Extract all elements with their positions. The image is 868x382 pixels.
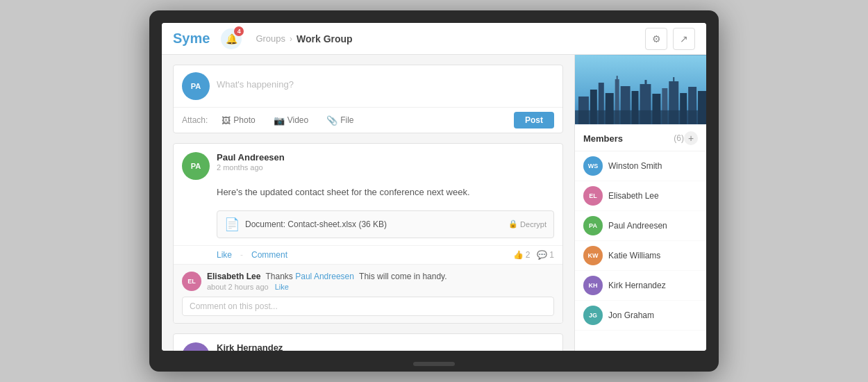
svg-rect-6 (617, 76, 618, 81)
top-bar: Syme 🔔 4 Groups › Work Group ⚙ ↗ (162, 23, 706, 55)
attach-label: Attach: (182, 115, 208, 125)
comment-mention[interactable]: Paul Andreesen (295, 272, 354, 281)
composer-avatar-initials: PA (182, 72, 210, 100)
app-logo: Syme (173, 31, 210, 47)
post-author-name: Paul Andreesen (217, 152, 554, 163)
member-avatar: EL (583, 186, 603, 206)
member-avatar: KH (583, 276, 603, 295)
video-label: Video (287, 115, 308, 125)
feed: PA What's happening? Attach: 🖼 Photo 📷 V… (162, 55, 574, 351)
member-item[interactable]: PA Paul Andreesen (575, 211, 706, 241)
file-label: File (340, 115, 353, 125)
comment-button[interactable]: Comment (251, 250, 287, 260)
post-time: 2 months ago (217, 163, 554, 172)
video-attach-button[interactable]: 📷 Video (269, 113, 312, 128)
member-avatar: PA (583, 216, 603, 235)
notification-badge: 4 (234, 26, 244, 36)
sidebar: Members (6) + WS Winston Smith EL Elisab… (574, 55, 706, 351)
comment-input[interactable]: Comment on this post... (182, 297, 554, 316)
post-card: KH Kirk Hernandez 2 months ago Who's com… (173, 333, 563, 351)
member-item[interactable]: EL Elisabeth Lee (575, 181, 706, 211)
member-name: Winston Smith (608, 161, 662, 171)
composer-input[interactable]: What's happening? (217, 72, 554, 97)
member-name: Elisabeth Lee (608, 191, 659, 201)
file-icon: 📎 (326, 115, 337, 126)
breadcrumb-current: Work Group (297, 33, 353, 44)
video-icon: 📷 (274, 115, 285, 126)
top-bar-actions: ⚙ ↗ (645, 28, 695, 50)
comment-avatar: EL (182, 272, 201, 291)
members-title: Members (583, 133, 674, 144)
notification-bell[interactable]: 🔔 4 (221, 28, 242, 49)
share-icon: ↗ (680, 33, 688, 44)
member-item[interactable]: KW Katie Williams (575, 241, 706, 271)
document-icon: 📄 (224, 217, 240, 232)
comment-count-icon: 💬 (537, 250, 547, 260)
post-meta: Paul Andreesen 2 months ago (217, 152, 554, 172)
comment-item: EL Elisabeth Lee Thanks Paul Andreesen T… (182, 272, 554, 291)
post-author-avatar: KH (182, 342, 210, 351)
lock-icon: 🔒 (508, 219, 518, 229)
attachment-name: Document: Contact-sheet.xlsx (36 KB) (245, 219, 503, 229)
comment-author: Elisabeth Lee (207, 272, 260, 281)
member-name: Katie Williams (608, 251, 660, 260)
photo-attach-button[interactable]: 🖼 Photo (217, 113, 259, 128)
member-name: Paul Andreesen (608, 221, 667, 231)
member-item[interactable]: JG Jon Graham (575, 301, 706, 331)
group-photo (575, 55, 706, 124)
svg-rect-14 (673, 77, 674, 83)
photo-icon: 🖼 (222, 115, 231, 126)
members-count: (6) (674, 133, 684, 143)
composer-top: PA What's happening? (174, 65, 562, 107)
main-content: PA What's happening? Attach: 🖼 Photo 📷 V… (162, 55, 706, 351)
comment-section: EL Elisabeth Lee Thanks Paul Andreesen T… (174, 264, 562, 323)
decrypt-button[interactable]: 🔒 Decrypt (508, 219, 546, 229)
like-count-icon: 👍 (513, 250, 524, 260)
member-item[interactable]: WS Winston Smith (575, 151, 706, 181)
comment-time: about 2 hours ago Like (207, 283, 554, 291)
post-meta: Kirk Hernandez 2 months ago (217, 342, 554, 351)
member-name: Jon Graham (608, 310, 654, 320)
settings-button[interactable]: ⚙ (645, 28, 667, 50)
action-counts: 👍 2 💬 1 (513, 250, 554, 260)
composer-bottom: Attach: 🖼 Photo 📷 Video 📎 File (174, 107, 562, 133)
share-button[interactable]: ↗ (673, 28, 695, 50)
member-avatar: WS (583, 156, 603, 176)
post-header: KH Kirk Hernandez 2 months ago (174, 334, 562, 351)
breadcrumb-arrow: › (290, 34, 292, 44)
breadcrumb: Groups › Work Group (256, 33, 645, 44)
comment-text: Thanks (266, 272, 293, 281)
post-author-name: Kirk Hernandez (217, 342, 554, 351)
post-header: PA Paul Andreesen 2 months ago (174, 144, 562, 185)
svg-rect-10 (644, 80, 646, 85)
member-item[interactable]: KH Kirk Hernandez (575, 271, 706, 301)
photo-label: Photo (233, 115, 255, 125)
post-body: Here's the updated contact sheet for the… (174, 185, 562, 206)
group-photo-inner (575, 55, 706, 124)
composer-avatar: PA (182, 72, 210, 100)
post-composer: PA What's happening? Attach: 🖼 Photo 📷 V… (173, 65, 563, 133)
comment-main-text: This will come in handy. (359, 272, 447, 281)
members-header: Members (6) + (575, 124, 706, 151)
post-card: PA Paul Andreesen 2 months ago Here's th… (173, 143, 563, 324)
breadcrumb-groups[interactable]: Groups (256, 33, 285, 44)
settings-icon: ⚙ (652, 33, 661, 44)
post-actions: Like - Comment 👍 2 💬 1 (174, 245, 562, 264)
post-attachment: 📄 Document: Contact-sheet.xlsx (36 KB) 🔒… (217, 210, 554, 238)
like-button[interactable]: Like (217, 250, 232, 260)
post-button[interactable]: Post (514, 112, 554, 128)
member-name: Kirk Hernandez (608, 281, 666, 290)
likes-count: 👍 2 (513, 250, 531, 260)
svg-rect-18 (575, 110, 706, 124)
post-author-avatar: PA (182, 152, 210, 180)
member-avatar: KW (583, 246, 603, 265)
member-avatar: JG (583, 306, 603, 325)
file-attach-button[interactable]: 📎 File (322, 113, 358, 128)
add-member-button[interactable]: + (684, 131, 698, 145)
comment-like-link[interactable]: Like (275, 283, 289, 291)
comment-body: Elisabeth Lee Thanks Paul Andreesen This… (207, 272, 554, 291)
comments-count: 💬 1 (537, 250, 554, 260)
